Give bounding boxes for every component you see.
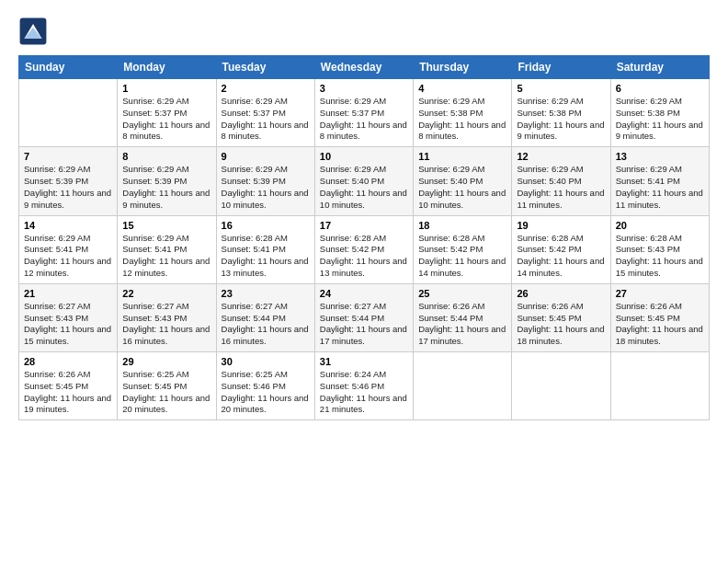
calendar-cell: 21 Sunrise: 6:27 AM Sunset: 5:43 PM Dayl… xyxy=(19,283,118,351)
daylight-text: Daylight: 11 hours and 14 minutes. xyxy=(517,256,605,280)
daylight-text: Daylight: 11 hours and 16 minutes. xyxy=(222,324,310,348)
day-info: Sunrise: 6:29 AM Sunset: 5:37 PM Dayligh… xyxy=(122,96,210,143)
day-info: Sunrise: 6:29 AM Sunset: 5:41 PM Dayligh… xyxy=(616,164,704,211)
day-info: Sunrise: 6:29 AM Sunset: 5:38 PM Dayligh… xyxy=(418,96,506,143)
sunset-text: Sunset: 5:45 PM xyxy=(24,381,112,393)
calendar-cell xyxy=(19,79,118,147)
day-number: 6 xyxy=(616,83,704,94)
sunset-text: Sunset: 5:46 PM xyxy=(222,381,310,393)
sunset-text: Sunset: 5:45 PM xyxy=(517,313,605,325)
sunrise-text: Sunrise: 6:25 AM xyxy=(122,369,210,381)
sunset-text: Sunset: 5:41 PM xyxy=(616,176,704,188)
sunset-text: Sunset: 5:44 PM xyxy=(222,313,310,325)
calendar-cell: 13 Sunrise: 6:29 AM Sunset: 5:41 PM Dayl… xyxy=(610,147,709,215)
calendar-cell: 31 Sunrise: 6:24 AM Sunset: 5:46 PM Dayl… xyxy=(314,352,413,420)
day-number: 25 xyxy=(418,288,506,299)
sunrise-text: Sunrise: 6:25 AM xyxy=(222,369,310,381)
daylight-text: Daylight: 11 hours and 8 minutes. xyxy=(418,120,506,144)
sunset-text: Sunset: 5:46 PM xyxy=(320,381,408,393)
sunrise-text: Sunrise: 6:28 AM xyxy=(517,233,605,245)
daylight-text: Daylight: 11 hours and 17 minutes. xyxy=(418,324,506,348)
day-info: Sunrise: 6:24 AM Sunset: 5:46 PM Dayligh… xyxy=(320,369,408,416)
sunset-text: Sunset: 5:40 PM xyxy=(320,176,408,188)
col-header-saturday: Saturday xyxy=(610,56,709,79)
daylight-text: Daylight: 11 hours and 18 minutes. xyxy=(517,324,605,348)
day-number: 16 xyxy=(222,220,310,231)
calendar-cell: 30 Sunrise: 6:25 AM Sunset: 5:46 PM Dayl… xyxy=(216,352,314,420)
calendar-cell: 25 Sunrise: 6:26 AM Sunset: 5:44 PM Dayl… xyxy=(414,283,512,351)
day-number: 8 xyxy=(122,151,210,162)
daylight-text: Daylight: 11 hours and 16 minutes. xyxy=(122,324,210,348)
day-info: Sunrise: 6:29 AM Sunset: 5:37 PM Dayligh… xyxy=(320,96,408,143)
calendar-cell: 22 Sunrise: 6:27 AM Sunset: 5:43 PM Dayl… xyxy=(118,283,216,351)
col-header-friday: Friday xyxy=(512,56,610,79)
day-number: 30 xyxy=(222,356,310,367)
daylight-text: Daylight: 11 hours and 20 minutes. xyxy=(122,393,210,417)
daylight-text: Daylight: 11 hours and 14 minutes. xyxy=(418,256,506,280)
page: SundayMondayTuesdayWednesdayThursdayFrid… xyxy=(0,0,728,563)
sunrise-text: Sunrise: 6:29 AM xyxy=(320,96,408,108)
logo-icon xyxy=(18,17,48,46)
sunrise-text: Sunrise: 6:26 AM xyxy=(616,301,704,313)
sunset-text: Sunset: 5:38 PM xyxy=(418,108,506,120)
calendar-cell: 5 Sunrise: 6:29 AM Sunset: 5:38 PM Dayli… xyxy=(512,79,610,147)
calendar-cell: 3 Sunrise: 6:29 AM Sunset: 5:37 PM Dayli… xyxy=(314,79,413,147)
daylight-text: Daylight: 11 hours and 9 minutes. xyxy=(24,188,112,212)
day-info: Sunrise: 6:27 AM Sunset: 5:44 PM Dayligh… xyxy=(320,301,408,348)
sunrise-text: Sunrise: 6:26 AM xyxy=(24,369,112,381)
calendar-cell: 27 Sunrise: 6:26 AM Sunset: 5:45 PM Dayl… xyxy=(610,283,709,351)
day-info: Sunrise: 6:29 AM Sunset: 5:40 PM Dayligh… xyxy=(320,164,408,211)
daylight-text: Daylight: 11 hours and 8 minutes. xyxy=(222,120,310,144)
calendar-cell: 11 Sunrise: 6:29 AM Sunset: 5:40 PM Dayl… xyxy=(414,147,512,215)
sunrise-text: Sunrise: 6:29 AM xyxy=(616,164,704,176)
day-number: 21 xyxy=(24,288,112,299)
sunrise-text: Sunrise: 6:28 AM xyxy=(418,233,506,245)
logo xyxy=(18,17,50,46)
daylight-text: Daylight: 11 hours and 8 minutes. xyxy=(122,120,210,144)
calendar-cell: 6 Sunrise: 6:29 AM Sunset: 5:38 PM Dayli… xyxy=(610,79,709,147)
calendar-cell: 19 Sunrise: 6:28 AM Sunset: 5:42 PM Dayl… xyxy=(512,215,610,283)
calendar-week-row: 21 Sunrise: 6:27 AM Sunset: 5:43 PM Dayl… xyxy=(19,283,710,351)
sunset-text: Sunset: 5:43 PM xyxy=(24,313,112,325)
sunset-text: Sunset: 5:42 PM xyxy=(418,244,506,256)
daylight-text: Daylight: 11 hours and 20 minutes. xyxy=(222,393,310,417)
day-number: 11 xyxy=(418,151,506,162)
day-info: Sunrise: 6:29 AM Sunset: 5:41 PM Dayligh… xyxy=(24,233,112,280)
sunset-text: Sunset: 5:37 PM xyxy=(122,108,210,120)
calendar-cell: 9 Sunrise: 6:29 AM Sunset: 5:39 PM Dayli… xyxy=(216,147,314,215)
calendar-cell: 10 Sunrise: 6:29 AM Sunset: 5:40 PM Dayl… xyxy=(314,147,413,215)
day-info: Sunrise: 6:26 AM Sunset: 5:45 PM Dayligh… xyxy=(517,301,605,348)
calendar-cell: 4 Sunrise: 6:29 AM Sunset: 5:38 PM Dayli… xyxy=(414,79,512,147)
daylight-text: Daylight: 11 hours and 8 minutes. xyxy=(320,120,408,144)
day-info: Sunrise: 6:29 AM Sunset: 5:37 PM Dayligh… xyxy=(222,96,310,143)
sunrise-text: Sunrise: 6:27 AM xyxy=(222,301,310,313)
calendar-cell: 15 Sunrise: 6:29 AM Sunset: 5:41 PM Dayl… xyxy=(118,215,216,283)
day-number: 22 xyxy=(122,288,210,299)
sunset-text: Sunset: 5:44 PM xyxy=(320,313,408,325)
col-header-thursday: Thursday xyxy=(414,56,512,79)
sunrise-text: Sunrise: 6:29 AM xyxy=(418,164,506,176)
calendar-cell: 29 Sunrise: 6:25 AM Sunset: 5:45 PM Dayl… xyxy=(118,352,216,420)
sunrise-text: Sunrise: 6:29 AM xyxy=(222,164,310,176)
sunset-text: Sunset: 5:40 PM xyxy=(517,176,605,188)
col-header-sunday: Sunday xyxy=(19,56,118,79)
day-number: 15 xyxy=(122,220,210,231)
sunset-text: Sunset: 5:39 PM xyxy=(222,176,310,188)
day-info: Sunrise: 6:29 AM Sunset: 5:38 PM Dayligh… xyxy=(616,96,704,143)
daylight-text: Daylight: 11 hours and 10 minutes. xyxy=(222,188,310,212)
day-number: 2 xyxy=(222,83,310,94)
calendar-week-row: 28 Sunrise: 6:26 AM Sunset: 5:45 PM Dayl… xyxy=(19,352,710,420)
sunrise-text: Sunrise: 6:29 AM xyxy=(24,164,112,176)
sunrise-text: Sunrise: 6:29 AM xyxy=(320,164,408,176)
daylight-text: Daylight: 11 hours and 18 minutes. xyxy=(616,324,704,348)
col-header-tuesday: Tuesday xyxy=(216,56,314,79)
day-info: Sunrise: 6:25 AM Sunset: 5:46 PM Dayligh… xyxy=(222,369,310,416)
day-info: Sunrise: 6:26 AM Sunset: 5:45 PM Dayligh… xyxy=(24,369,112,416)
calendar-cell: 18 Sunrise: 6:28 AM Sunset: 5:42 PM Dayl… xyxy=(414,215,512,283)
calendar-cell: 7 Sunrise: 6:29 AM Sunset: 5:39 PM Dayli… xyxy=(19,147,118,215)
daylight-text: Daylight: 11 hours and 15 minutes. xyxy=(616,256,704,280)
daylight-text: Daylight: 11 hours and 17 minutes. xyxy=(320,324,408,348)
day-number: 23 xyxy=(222,288,310,299)
daylight-text: Daylight: 11 hours and 10 minutes. xyxy=(320,188,408,212)
day-info: Sunrise: 6:29 AM Sunset: 5:41 PM Dayligh… xyxy=(122,233,210,280)
